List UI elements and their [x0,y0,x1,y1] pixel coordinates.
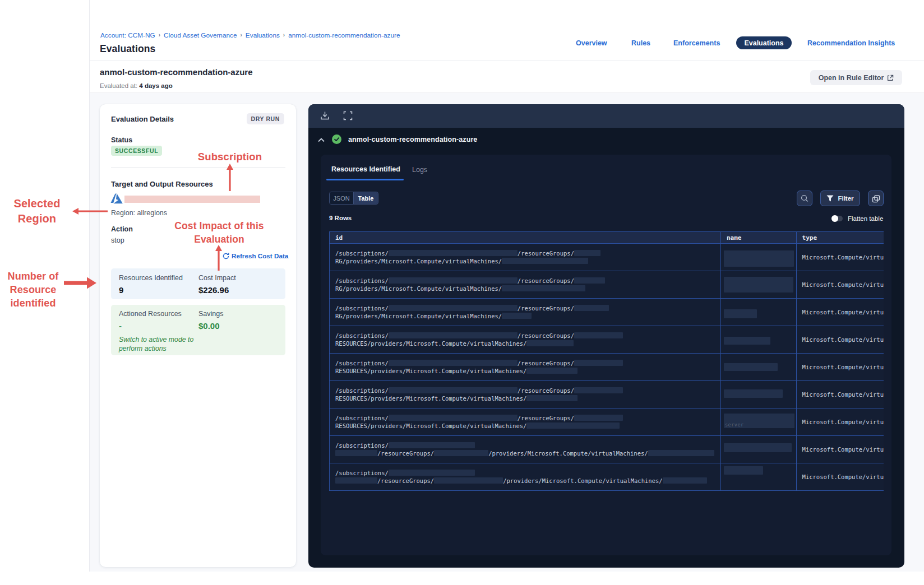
redacted-name [724,389,783,398]
redacted-value [389,332,518,338]
table-row: /subscriptions//resourceGroups/RESOURCES… [330,381,884,408]
id-cell-line: /subscriptions//resourceGroups/ [335,304,720,312]
resources-table: idnametype /subscriptions//resourceGroup… [329,231,884,491]
evaluated-at-value: 4 days ago [139,82,172,89]
open-in-rule-editor-label: Open in Rule Editor [819,74,884,82]
type-cell: Microsoft.Compute/virtu [796,299,884,326]
type-cell: Microsoft.Compute/virtu [796,408,884,436]
column-header-type: type [796,232,884,244]
evaluation-row-header[interactable]: anmol-custom-recommendation-azure [308,128,904,155]
table-row: /subscriptions//resourceGroups/RESOURCES… [330,354,884,381]
name-cell [720,354,796,381]
redacted-value [335,450,377,456]
id-text-segment: /subscriptions/ [335,305,389,312]
redacted-value [574,305,609,311]
id-text-segment: /resourceGroups/ [518,360,574,366]
redacted-value [434,477,503,484]
flatten-table-toggle[interactable] [832,216,843,222]
redacted-value [502,313,532,319]
evaluation-name-heading: anmol-custom-recommendation-azure [100,67,253,77]
annotation-arrow-selected-region-arrow [72,205,108,218]
table-row: /subscriptions//resourceGroups/RG/provid… [330,299,884,326]
breadcrumb-item[interactable]: anmol-custom-recommendation-azure [288,31,400,39]
id-cell-line: /subscriptions//resourceGroups/ [335,414,720,422]
id-cell: /subscriptions//resourceGroups/RG/provid… [330,299,721,326]
dry-run-badge: DRY RUN [247,113,284,124]
collapse-chevron-icon[interactable] [318,138,325,142]
id-text-segment: RG/providers/Microsoft.Compute/virtualMa… [335,285,502,292]
view-toggle: JSON Table [329,192,378,205]
redacted-name [724,250,794,267]
page-title: Evaluations [100,43,155,55]
annotation-arrow-cost-impact-arrow [212,245,225,271]
id-cell-line: RG/providers/Microsoft.Compute/virtualMa… [335,257,720,265]
name-cell: server [720,408,796,436]
breadcrumb-separator-icon: › [283,32,285,38]
name-cell [720,271,796,299]
nav-item-enforcements[interactable]: Enforcements [673,39,720,47]
id-text-segment: RESOURCES/providers/Microsoft.Compute/vi… [335,368,526,374]
redacted-value [389,470,475,476]
redacted-value [574,360,623,366]
card-title: Evaluation Details [111,115,174,123]
evaluation-row-title: anmol-custom-recommendation-azure [348,136,477,143]
cost-impact-label: Cost Impact [198,274,236,282]
flatten-table-control: Flatten table [832,215,883,222]
id-text-segment: RESOURCES/providers/Microsoft.Compute/vi… [335,395,526,402]
type-cell: Microsoft.Compute/virtu [796,354,884,381]
breadcrumb-item[interactable]: Evaluations [246,31,280,39]
id-text-segment: /subscriptions/ [335,442,389,449]
actioned-savings-box: Actioned Resources - Savings $0.00 Switc… [111,305,285,355]
id-text-segment: /subscriptions/ [335,277,389,284]
view-toggle-table[interactable]: Table [354,192,378,204]
fullscreen-icon[interactable] [343,111,353,120]
redacted-name [724,363,778,371]
annotation-number-identified: identified [0,296,173,310]
breadcrumb-item[interactable]: Account: CCM-NG [100,31,155,39]
search-button[interactable] [797,191,812,206]
tab-resources-identified[interactable]: Resources Identified [331,165,400,173]
nav-item-evaluations[interactable]: Evaluations [736,36,792,49]
tab-logs[interactable]: Logs [412,166,427,174]
results-panel: anmol-custom-recommendation-azure Resour… [308,104,904,568]
breadcrumb-separator-icon: › [159,32,160,38]
filter-button[interactable]: Filter [820,191,860,206]
download-icon[interactable] [320,111,330,120]
id-text-segment: /providers/Microsoft.Compute/virtualMach… [503,477,662,484]
redacted-value [434,450,488,456]
breadcrumb-item[interactable]: Cloud Asset Governance [164,31,237,39]
id-text-segment: /subscriptions/ [335,470,389,476]
savings-value: $0.00 [198,321,220,331]
name-cell [720,326,796,354]
nav-item-recommendation-insights[interactable]: Recommendation Insights [807,39,895,47]
page: Account: CCM-NG›Cloud Asset Governance›E… [0,0,924,585]
view-toggle-json[interactable]: JSON [330,192,354,204]
id-text-segment: /subscriptions/ [335,360,389,366]
copy-button[interactable] [868,191,884,206]
breadcrumb: Account: CCM-NG›Cloud Asset Governance›E… [100,31,400,39]
nav-item-overview[interactable]: Overview [576,39,607,47]
id-cell-line: /subscriptions//resourceGroups/ [335,249,720,257]
cost-impact-value: $226.96 [198,285,229,295]
annotation-subscription: Subscription [90,150,370,164]
id-text-segment: RG/providers/Microsoft.Compute/virtualMa… [335,258,502,264]
column-header-id: id [330,232,721,244]
id-text-segment: /providers/Microsoft.Compute/virtualMach… [488,450,648,457]
nav-item-rules[interactable]: Rules [631,39,650,47]
target-resources-label: Target and Output Resources [111,180,213,188]
id-cell-line: /subscriptions//resourceGroups/ [335,277,720,285]
type-cell: Microsoft.Compute/virtu [796,463,884,491]
id-text-segment: /resourceGroups/ [518,387,574,394]
open-in-rule-editor-button[interactable]: Open in Rule Editor [810,70,902,85]
external-link-icon [887,75,894,81]
redacted-value [335,477,377,484]
annotation-arrow-subscription-arrow [223,164,237,191]
id-text-segment: /resourceGroups/ [377,450,434,457]
refresh-cost-data-link[interactable]: Refresh Cost Data [223,252,288,259]
id-text-segment: RESOURCES/providers/Microsoft.Compute/vi… [335,340,526,347]
tab-active-underline [326,179,404,180]
column-header-name: name [720,232,796,244]
id-cell-line: RG/providers/Microsoft.Compute/virtualMa… [335,312,720,320]
redacted-value [574,277,605,284]
filter-icon [826,195,834,202]
